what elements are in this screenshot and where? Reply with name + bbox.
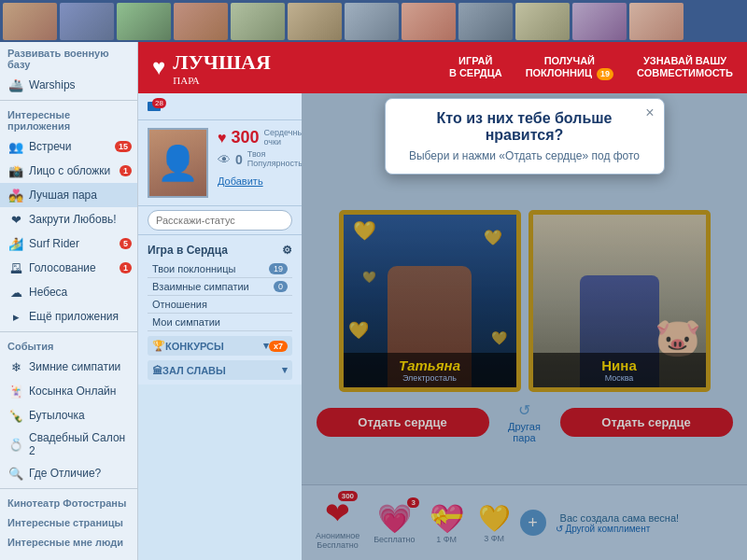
heart-count: 300	[232, 128, 260, 147]
winter-icon: ❄	[7, 358, 24, 375]
hall-label: ЗАЛ СЛАВЫ	[162, 365, 226, 376]
profile-area: 👤 ♥ 300 Сердечныеочки 👁 0 ТвояПопулярнос…	[138, 120, 302, 206]
best-pair-icon: 💑	[7, 187, 24, 203]
pages-title[interactable]: Интересные страницы	[0, 511, 137, 531]
logo-hearts-icon: ♥	[152, 55, 165, 80]
game-menu-my-likes-label: Мои симпатии	[152, 316, 220, 328]
inner-sidebar: 28 👤 ♥ 300 Сердечныеочки	[138, 93, 302, 560]
nav-item-play[interactable]: ИГРАЙВ СЕРДЦА	[449, 55, 502, 80]
game-menu-fans[interactable]: Твои поклонницы 19	[148, 260, 292, 278]
logo-text-main: ЛУЧШАЯ	[173, 50, 271, 75]
view-label: ТвояПопулярность	[247, 150, 302, 169]
banner-photo[interactable]	[402, 3, 456, 40]
sidebar-item-winter[interactable]: ❄ Зимние симпатии	[0, 355, 137, 379]
contests-x7-badge: x7	[269, 341, 288, 352]
heart-stat-icon: ♥	[218, 130, 227, 147]
popup-close-button[interactable]: ×	[645, 105, 654, 121]
banner-photo[interactable]	[458, 3, 513, 40]
difference-icon: 🔍	[7, 465, 24, 482]
game-fans-badge: 19	[269, 263, 288, 274]
app-nav: ИГРАЙВ СЕРДЦА ПОЛУЧАЙПОКЛОННИЦ 19 УЗНАВА…	[449, 55, 733, 80]
game-menu-relations[interactable]: Отношения	[148, 296, 292, 314]
banner-photos	[0, 0, 686, 42]
game-section: Игра в Сердца ⚙ Твои поклонницы 19 Взаим…	[138, 235, 302, 385]
heart-stat-row: ♥ 300 Сердечныеочки	[218, 128, 302, 147]
game-menu-my-likes[interactable]: Мои симпатии	[148, 314, 292, 331]
popup-overlay: × Кто из них тебе больше нравится? Выбер…	[302, 93, 747, 560]
banner-photo[interactable]	[174, 3, 228, 40]
message-bar: 28	[138, 93, 302, 120]
sidebar-item-label: Закрути Любовь!	[29, 213, 117, 226]
banner-photo[interactable]	[515, 3, 570, 40]
banner-photo[interactable]	[117, 3, 171, 40]
sidebar-item-label: Surf Rider	[29, 237, 79, 250]
banner-photo[interactable]	[3, 3, 57, 40]
banner-photo[interactable]	[231, 3, 285, 40]
game-menu-mutual-label: Взаимные симпатии	[152, 281, 249, 292]
popup-dialog: × Кто из них тебе больше нравится? Выбер…	[385, 98, 665, 175]
inner-main: × Кто из них тебе больше нравится? Выбер…	[302, 93, 747, 560]
military-section-title: Развивать военную базу	[0, 42, 137, 73]
game-mutual-badge: 0	[274, 281, 288, 292]
cards-icon: 🃏	[7, 383, 24, 399]
top-banner	[0, 0, 747, 42]
banner-photo[interactable]	[345, 3, 399, 40]
surf-badge: 5	[120, 238, 132, 249]
sidebar-item-vote[interactable]: 🗳 Голосование 1	[0, 256, 137, 280]
sidebar-item-label: Голосование	[29, 261, 96, 274]
sidebar-item-warships[interactable]: 🚢 Warships	[0, 73, 137, 97]
wedding-icon: 💍	[7, 436, 24, 453]
sidebar-item-meetings[interactable]: 👥 Встречи 15	[0, 134, 137, 159]
profile-pic-container: 28	[148, 98, 161, 115]
left-sidebar: Развивать военную базу 🚢 Warships Интере…	[0, 42, 138, 560]
banner-photo[interactable]	[60, 3, 114, 40]
sidebar-item-more-apps[interactable]: ▸ Ещё приложения	[0, 304, 137, 329]
view-stat-icon: 👁	[218, 152, 231, 167]
sidebar-item-surf[interactable]: 🏄 Surf Rider 5	[0, 231, 137, 256]
message-count-badge: 28	[152, 98, 166, 108]
warships-icon: 🚢	[7, 77, 24, 93]
banner-photo[interactable]	[629, 3, 684, 40]
sidebar-item-wedding[interactable]: 💍 Свадебный Салон 2	[0, 427, 137, 461]
fans-badge: 19	[597, 68, 613, 80]
banner-photo[interactable]	[572, 3, 627, 40]
game-menu-fans-label: Твои поклонницы	[152, 263, 235, 274]
nav-item-fans[interactable]: ПОЛУЧАЙПОКЛОННИЦ 19	[526, 55, 613, 80]
contests-label: КОНКУРСЫ	[165, 341, 224, 352]
app-logo: ♥ ЛУЧШАЯ ПАРА	[152, 50, 271, 86]
sidebar-item-difference[interactable]: 🔍 Где Отличие?	[0, 461, 137, 485]
logo-text: ЛУЧШАЯ ПАРА	[173, 50, 271, 86]
status-input[interactable]	[148, 210, 292, 231]
contests-section[interactable]: 🏆 КОНКУРСЫ ▾ x7	[148, 336, 292, 356]
banner-photo[interactable]	[288, 3, 342, 40]
people-title[interactable]: Интересные мне люди	[0, 531, 137, 551]
apps-section-title: Интересные приложения	[0, 104, 137, 134]
sidebar-item-label: Встречи	[29, 140, 71, 153]
sidebar-item-label: Где Отличие?	[29, 467, 101, 480]
sidebar-item-label: Warships	[29, 78, 76, 91]
profile-photo[interactable]: 👤	[148, 128, 208, 198]
sidebar-item-cover[interactable]: 📸 Лицо с обложки 1	[0, 159, 137, 183]
logo-text-secondary: ПАРА	[173, 75, 271, 86]
sidebar-item-love[interactable]: ❤ Закрути Любовь!	[0, 207, 137, 231]
game-settings-icon[interactable]: ⚙	[282, 244, 292, 257]
sidebar-item-label: Косынка Онлайн	[29, 385, 116, 398]
cover-icon: 📸	[7, 162, 24, 179]
hall-icon: 🏛	[152, 365, 162, 376]
sidebar-item-cards[interactable]: 🃏 Косынка Онлайн	[0, 379, 137, 403]
game-menu-mutual[interactable]: Взаимные симпатии 0	[148, 278, 292, 296]
sidebar-item-label: Свадебный Салон 2	[29, 431, 130, 457]
profile-stats: ♥ 300 Сердечныеочки 👁 0 ТвояПопулярность…	[218, 128, 302, 189]
sidebar-item-bottle[interactable]: 🍾 Бутылочка	[0, 403, 137, 427]
vote-badge: 1	[120, 262, 132, 273]
surf-icon: 🏄	[7, 235, 24, 252]
bottle-icon: 🍾	[7, 407, 24, 424]
sidebar-item-heavens[interactable]: ☁ Небеса	[0, 280, 137, 304]
sidebar-item-best-pair[interactable]: 💑 Лучшая пара	[0, 183, 137, 207]
hall-of-fame-section[interactable]: 🏛 ЗАЛ СЛАВЫ ▾	[148, 360, 292, 380]
nav-item-compatibility[interactable]: УЗНАВАЙ ВАШУСОВМЕСТИМОСТЬ	[637, 55, 733, 80]
add-link[interactable]: Добавить	[218, 175, 263, 187]
meetings-badge: 15	[115, 141, 132, 152]
popup-title: Кто из них тебе больше нравится?	[404, 110, 645, 144]
profile-avatar: 👤	[149, 130, 206, 196]
